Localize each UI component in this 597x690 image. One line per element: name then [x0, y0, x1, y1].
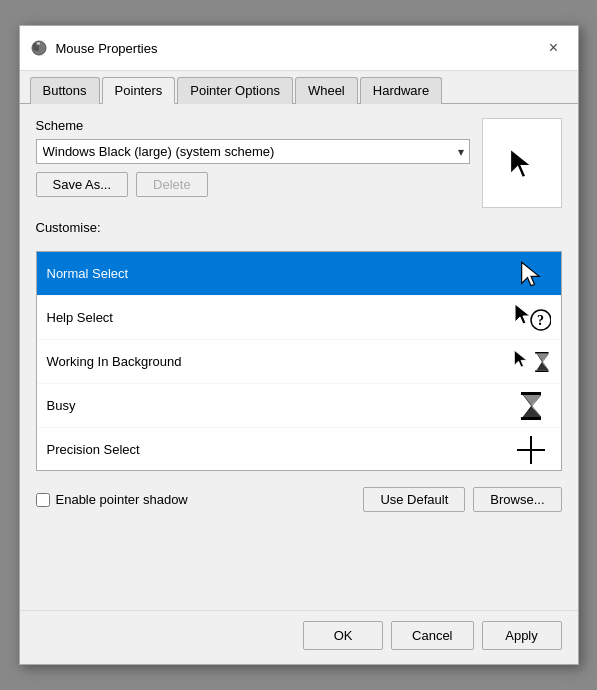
cursor-item-label: Help Select: [47, 310, 113, 325]
delete-button[interactable]: Delete: [136, 172, 208, 197]
title-bar: Mouse Properties ×: [20, 26, 578, 71]
svg-marker-13: [536, 362, 548, 370]
browse-button[interactable]: Browse...: [473, 487, 561, 512]
cursor-item-label: Working In Background: [47, 354, 182, 369]
list-item[interactable]: Normal Select: [37, 252, 561, 296]
svg-rect-16: [521, 392, 541, 395]
cancel-button[interactable]: Cancel: [391, 621, 473, 650]
list-item[interactable]: Busy: [37, 384, 561, 428]
scheme-label: Scheme: [36, 118, 470, 133]
cursor-item-label: Normal Select: [47, 266, 129, 281]
tab-pointers[interactable]: Pointers: [102, 77, 176, 104]
preview-cursor-icon: [507, 145, 537, 181]
scheme-dropdown-wrapper: Windows Black (large) (system scheme): [36, 139, 470, 164]
scheme-buttons: Save As... Delete: [36, 172, 470, 197]
bottom-section: Enable pointer shadow Use Default Browse…: [36, 487, 562, 512]
svg-marker-19: [523, 406, 541, 417]
list-item[interactable]: Help Select ?: [37, 296, 561, 340]
cursor-list[interactable]: Normal Select Help Select ?: [36, 251, 562, 471]
scheme-section: Scheme Windows Black (large) (system sch…: [36, 118, 562, 208]
shadow-checkbox-label[interactable]: Enable pointer shadow: [36, 492, 356, 507]
cursor-busy-icon: [511, 390, 551, 422]
svg-marker-4: [510, 148, 533, 178]
list-item[interactable]: Working In Background: [37, 340, 561, 384]
svg-marker-9: [514, 350, 527, 367]
cursor-item-label: Precision Select: [47, 442, 140, 457]
svg-marker-18: [523, 395, 541, 406]
tab-buttons[interactable]: Buttons: [30, 77, 100, 104]
svg-rect-3: [36, 42, 40, 45]
tab-wheel[interactable]: Wheel: [295, 77, 358, 104]
svg-rect-10: [535, 352, 548, 354]
content-area: Scheme Windows Black (large) (system sch…: [20, 104, 578, 610]
tab-hardware[interactable]: Hardware: [360, 77, 442, 104]
ok-button[interactable]: OK: [303, 621, 383, 650]
dialog-title: Mouse Properties: [56, 41, 540, 56]
shadow-label: Enable pointer shadow: [56, 492, 188, 507]
app-icon: [30, 39, 48, 57]
svg-marker-5: [521, 262, 539, 285]
tab-pointer-options[interactable]: Pointer Options: [177, 77, 293, 104]
customise-label: Customise:: [36, 220, 562, 235]
save-as-button[interactable]: Save As...: [36, 172, 129, 197]
svg-marker-6: [515, 304, 530, 324]
list-item[interactable]: Precision Select: [37, 428, 561, 471]
dialog-buttons: OK Cancel Apply: [20, 610, 578, 664]
use-default-button[interactable]: Use Default: [363, 487, 465, 512]
mouse-properties-dialog: Mouse Properties × Buttons Pointers Poin…: [19, 25, 579, 665]
svg-marker-12: [536, 353, 548, 361]
cursor-normal-icon: [511, 258, 551, 290]
cursor-precision-icon: [511, 434, 551, 466]
svg-rect-11: [535, 370, 548, 372]
cursor-working-icon: [511, 346, 551, 378]
close-button[interactable]: ×: [540, 34, 568, 62]
tab-bar: Buttons Pointers Pointer Options Wheel H…: [20, 71, 578, 104]
scheme-dropdown[interactable]: Windows Black (large) (system scheme): [36, 139, 470, 164]
scheme-preview: [482, 118, 562, 208]
svg-text:?: ?: [537, 313, 544, 328]
cursor-item-label: Busy: [47, 398, 76, 413]
shadow-checkbox[interactable]: [36, 493, 50, 507]
svg-rect-17: [521, 417, 541, 420]
scheme-left: Scheme Windows Black (large) (system sch…: [36, 118, 470, 197]
apply-button[interactable]: Apply: [482, 621, 562, 650]
cursor-help-icon: ?: [511, 302, 551, 334]
